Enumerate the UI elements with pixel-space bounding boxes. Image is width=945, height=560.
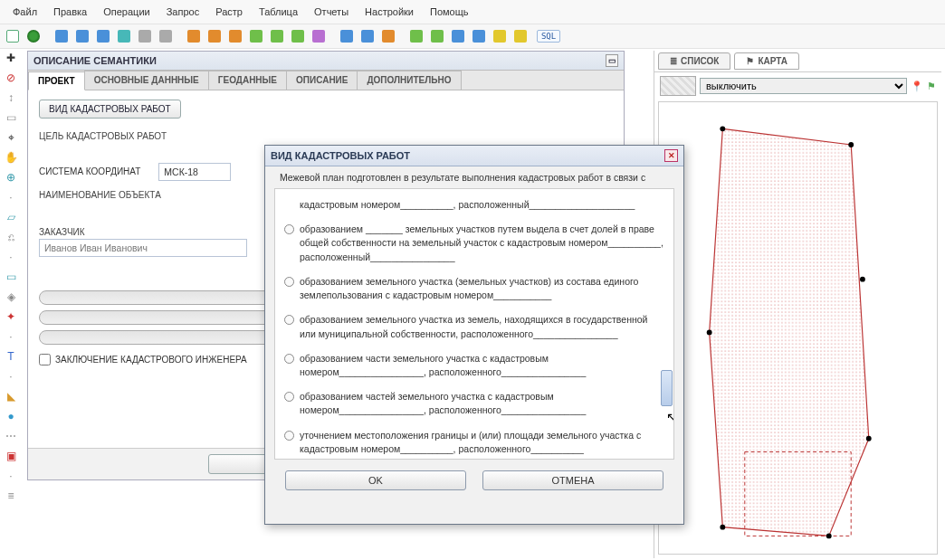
left-tool-1[interactable]: ✚	[2, 49, 20, 67]
menu-table[interactable]: Таблица	[252, 4, 305, 20]
left-tool-5[interactable]: ⌖	[2, 128, 20, 147]
radio-icon[interactable]	[284, 431, 294, 441]
dialog-scrollbar-thumb[interactable]	[661, 370, 673, 406]
map-thumbnail-icon[interactable]	[660, 76, 696, 96]
svg-marker-1	[710, 128, 869, 536]
left-tool-6[interactable]: ✋	[2, 148, 20, 166]
tool-icon-8[interactable]	[205, 27, 224, 45]
left-tool-19[interactable]: ●	[2, 407, 20, 425]
radio-icon[interactable]	[284, 354, 294, 364]
tool-icon-19[interactable]	[449, 27, 467, 45]
customer-input[interactable]: Иванов Иван Иванович	[39, 239, 247, 257]
coordsys-value[interactable]: МСК-18	[158, 163, 231, 181]
menu-edit[interactable]: Правка	[46, 4, 94, 20]
menu-raster[interactable]: Растр	[208, 4, 250, 20]
dialog-title: ВИД КАДАСТРОВЫХ РАБОТ	[271, 150, 410, 161]
left-tool-11[interactable]: ·	[2, 248, 20, 266]
left-tool-17[interactable]: ·	[2, 367, 20, 385]
tab-list[interactable]: ≣ СПИСОК	[658, 52, 730, 70]
option-text[interactable]: образованием земельного участка (земельн…	[300, 275, 664, 302]
left-tool-12[interactable]: ▭	[2, 268, 20, 286]
menu-settings[interactable]: Настройки	[358, 4, 421, 20]
tool-new-icon[interactable]	[4, 27, 22, 45]
left-tool-23[interactable]: ≡	[2, 487, 20, 505]
option-text[interactable]: кадастровым номером__________, расположе…	[300, 198, 635, 212]
svg-point-3	[720, 126, 725, 131]
tool-icon-11[interactable]	[268, 27, 286, 45]
left-tool-7[interactable]: ⊕	[2, 168, 20, 186]
radio-icon[interactable]	[284, 224, 294, 234]
tool-icon-18[interactable]	[428, 27, 446, 45]
radio-icon[interactable]	[284, 277, 294, 287]
option-text[interactable]: образованием _______ земельных участков …	[300, 223, 664, 264]
map-mode-dropdown[interactable]: выключить	[700, 78, 907, 94]
tool-icon-7[interactable]	[185, 27, 203, 45]
left-tool-22[interactable]: ·	[2, 467, 20, 485]
left-tool-4[interactable]: ▭	[2, 109, 20, 127]
work-kind-button[interactable]: ВИД КАДАСТРОВЫХ РАБОТ	[39, 100, 181, 119]
left-tool-3[interactable]: ↕	[2, 89, 20, 107]
tool-icon-22[interactable]	[511, 27, 530, 45]
flag-icon[interactable]: ⚑	[927, 81, 936, 92]
option-text[interactable]: образованием частей земельного участка с…	[300, 390, 664, 417]
panel-tabs: ПРОЕКТ ОСНОВНЫЕ ДАНННЫЕ ГЕОДАННЫЕ ОПИСАН…	[28, 71, 624, 90]
tool-globe-icon[interactable]	[24, 27, 43, 45]
tab-geodata[interactable]: ГЕОДАННЫЕ	[208, 71, 287, 90]
dialog-close-icon[interactable]: ✕	[664, 149, 678, 162]
radio-icon[interactable]	[284, 315, 294, 325]
left-tool-20[interactable]: ⋯	[2, 427, 20, 445]
tool-icon-13[interactable]	[310, 27, 328, 45]
tab-description[interactable]: ОПИСАНИЕ	[286, 71, 358, 90]
left-tool-14[interactable]: ✦	[2, 308, 20, 326]
tool-icon-15[interactable]	[358, 27, 377, 45]
left-tool-21[interactable]: ▣	[2, 447, 20, 465]
left-tool-9[interactable]: ▱	[2, 208, 20, 226]
tool-icon-16[interactable]	[379, 27, 397, 45]
menu-query[interactable]: Запрос	[159, 4, 206, 20]
panel-collapse-icon[interactable]: ▭	[606, 54, 618, 67]
menu-help[interactable]: Помощь	[423, 4, 476, 20]
tool-icon-1[interactable]	[52, 27, 71, 45]
engineer-conclusion-label: ЗАКЛЮЧЕНИЕ КАДАСТРОВОГО ИНЖЕНЕРА	[55, 355, 247, 365]
menu-operations[interactable]: Операции	[96, 4, 157, 20]
right-pane: ≣ СПИСОК ⚑ КАРТА выключить 📍 ⚑	[654, 51, 941, 558]
left-tool-2[interactable]: ⊘	[2, 69, 20, 87]
left-tool-10[interactable]: ⎌	[2, 228, 20, 246]
left-tool-16[interactable]: T	[2, 347, 20, 365]
tab-map[interactable]: ⚑ КАРТА	[734, 52, 799, 70]
option-text[interactable]: образованием части земельного участка с …	[300, 352, 664, 379]
map-icon: ⚑	[746, 56, 754, 66]
tool-icon-9[interactable]	[226, 27, 244, 45]
tool-icon-2[interactable]	[73, 27, 91, 45]
svg-point-9	[860, 277, 865, 282]
menu-file[interactable]: Файл	[5, 4, 44, 20]
dialog-ok-button[interactable]: OK	[285, 470, 466, 490]
tool-icon-4[interactable]	[115, 27, 133, 45]
tool-icon-17[interactable]	[407, 27, 425, 45]
engineer-conclusion-checkbox[interactable]	[39, 354, 51, 365]
left-tool-15[interactable]: ·	[2, 327, 20, 346]
left-tool-8[interactable]: ·	[2, 188, 20, 206]
label-goal: ЦЕЛЬ КАДАСТРОВЫХ РАБОТ	[39, 131, 613, 141]
tool-icon-20[interactable]	[470, 27, 488, 45]
tool-icon-14[interactable]	[338, 27, 356, 45]
tool-icon-21[interactable]	[491, 27, 509, 45]
radio-icon[interactable]	[284, 392, 294, 402]
tab-project[interactable]: ПРОЕКТ	[28, 71, 85, 90]
tool-icon-10[interactable]	[247, 27, 265, 45]
tool-icon-3[interactable]	[94, 27, 112, 45]
tab-basic-data[interactable]: ОСНОВНЫЕ ДАНННЫЕ	[84, 71, 209, 90]
map-canvas[interactable]	[658, 101, 938, 555]
dialog-cancel-button[interactable]: ОТМЕНА	[482, 470, 663, 490]
tool-sql-button[interactable]: SQL	[539, 27, 558, 45]
tab-additional[interactable]: ДОПОЛНИТЕЛЬНО	[357, 71, 461, 90]
left-tool-18[interactable]: ◣	[2, 387, 20, 405]
option-text[interactable]: уточнением местоположения границы и (или…	[300, 429, 664, 456]
option-text[interactable]: образованием земельного участка из земел…	[300, 313, 664, 340]
tool-icon-6[interactable]	[157, 27, 175, 45]
menu-reports[interactable]: Отчеты	[307, 4, 356, 20]
marker-icon[interactable]: 📍	[911, 81, 923, 92]
left-tool-13[interactable]: ◈	[2, 288, 20, 306]
tool-icon-5[interactable]	[136, 27, 154, 45]
tool-icon-12[interactable]	[289, 27, 307, 45]
